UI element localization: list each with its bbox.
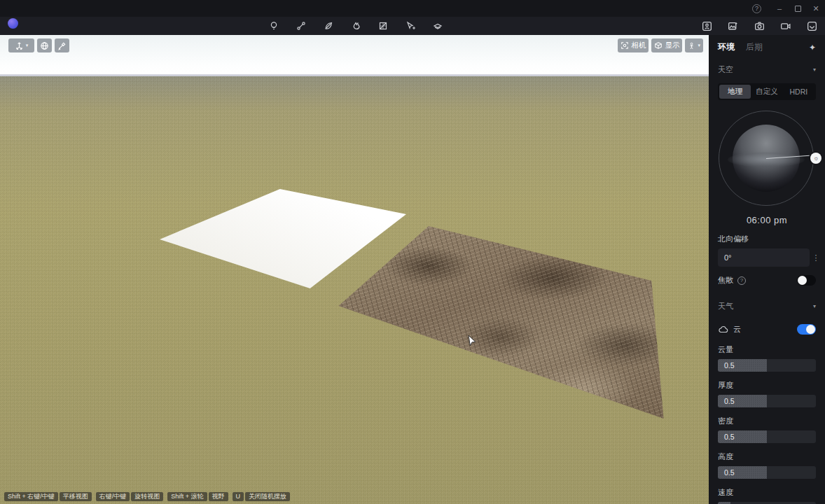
display-options-button[interactable]: 显示 — [651, 38, 682, 52]
3d-viewport[interactable]: ▾ 相机 显示 ▾ — [0, 35, 709, 504]
environment-panel: 环境 后期 ✦ 天空 ▾ 地理 自定义 HDRI ☼ 06:00 pm 北向偏移… — [709, 35, 825, 504]
measure-icon[interactable] — [293, 18, 309, 34]
maximize-button[interactable] — [789, 0, 807, 17]
height-value: 0.5 — [724, 466, 735, 479]
density-value: 0.5 — [724, 430, 735, 443]
tab-post-processing[interactable]: 后期 — [746, 41, 763, 53]
density-slider[interactable]: 0.5 — [718, 430, 816, 443]
hint-action: 平移视图 — [60, 492, 92, 501]
hint-key: U — [233, 492, 244, 501]
tab-environment[interactable]: 环境 — [718, 41, 735, 53]
cloud-label: 云 — [733, 324, 741, 335]
camera-button-label: 相机 — [631, 41, 646, 50]
caustics-row: 焦散 ? — [709, 267, 825, 290]
hint-action: 关闭随机摆放 — [245, 492, 290, 501]
north-offset-input[interactable]: 0° — [718, 248, 810, 267]
chevron-down-icon: ▾ — [813, 66, 816, 73]
material-icon[interactable] — [375, 18, 391, 34]
cloud-toggle[interactable] — [797, 324, 816, 335]
place-object-cursor-icon[interactable] — [403, 18, 418, 34]
north-offset-row: 0° ⋮ — [718, 248, 821, 267]
hint-orbit: 右键/中键 旋转视图 — [96, 492, 164, 501]
chevron-down-icon: ▾ — [813, 303, 816, 309]
weather-section-title: 天气 — [718, 301, 733, 312]
effects-flame-icon[interactable] — [348, 18, 363, 34]
height-slider[interactable]: 0.5 — [718, 466, 816, 479]
hint-fov: Shift + 滚轮 视野 — [167, 492, 228, 501]
transform-tool-button[interactable]: ▾ — [8, 38, 34, 52]
help-circle-icon[interactable]: ? — [737, 276, 746, 285]
time-of-day-value[interactable]: 06:00 pm — [709, 215, 825, 225]
viewport-tools-left: ▾ — [8, 38, 69, 52]
globe-tool-button[interactable] — [37, 38, 52, 52]
caustics-toggle[interactable] — [797, 275, 816, 286]
camera-view-button[interactable]: 相机 — [618, 38, 649, 52]
tab-geographic[interactable]: 地理 — [719, 85, 751, 99]
sky-section-title: 天空 — [718, 64, 733, 75]
downloads-inbox-icon[interactable] — [804, 18, 819, 34]
mouse-cursor — [468, 335, 477, 350]
sky-section-header[interactable]: 天空 ▾ — [709, 57, 825, 78]
ai-sparkle-icon[interactable]: ✦ — [809, 43, 816, 52]
asset-location-icon[interactable] — [699, 18, 714, 34]
cloud-amount-value: 0.5 — [724, 359, 735, 372]
light-icon[interactable] — [266, 18, 282, 34]
main-toolbar — [0, 17, 825, 35]
hint-random-placement: U 关闭随机摆放 — [233, 492, 291, 501]
viewport-sky — [0, 35, 709, 76]
hint-key: 右键/中键 — [96, 492, 130, 501]
ai-image-icon[interactable] — [726, 18, 741, 34]
eyedropper-tool-button[interactable] — [55, 38, 69, 52]
height-label: 高度 — [709, 443, 825, 466]
density-label: 密度 — [709, 407, 825, 430]
cloud-amount-label: 云量 — [709, 339, 825, 359]
chevron-down-icon: ▾ — [26, 43, 29, 48]
shortcut-hints-bar: Shift + 右键/中键 平移视图 右键/中键 旋转视图 Shift + 滚轮… — [4, 492, 290, 501]
chevron-down-icon: ▾ — [698, 43, 700, 48]
close-button[interactable]: ✕ — [807, 0, 825, 17]
display-button-label: 显示 — [665, 41, 679, 50]
north-offset-label: 北向偏移 — [709, 225, 825, 248]
toolbar-right-group — [699, 17, 819, 35]
kebab-menu-icon[interactable]: ⋮ — [811, 253, 821, 262]
hint-pan: Shift + 右键/中键 平移视图 — [4, 492, 92, 501]
app-window: ? – ✕ — [0, 0, 825, 504]
caustics-label: 焦散 — [718, 275, 733, 286]
viewport-tools-right: 相机 显示 ▾ — [618, 38, 703, 52]
hint-key: Shift + 右键/中键 — [4, 492, 58, 501]
panel-header: 环境 后期 ✦ — [709, 35, 825, 57]
speed-label: 速度 — [709, 479, 825, 502]
thickness-label: 厚度 — [709, 372, 825, 395]
horizon-band — [728, 152, 805, 167]
walk-mode-button[interactable]: ▾ — [685, 38, 703, 52]
cloud-amount-slider[interactable]: 0.5 — [718, 359, 816, 372]
toolbar-center-group — [266, 17, 445, 35]
photo-camera-icon[interactable] — [751, 18, 767, 34]
hint-action: 旋转视图 — [131, 492, 163, 501]
tab-hdri[interactable]: HDRI — [783, 85, 814, 99]
video-camera-icon[interactable] — [778, 18, 793, 34]
layers-icon[interactable] — [430, 18, 445, 34]
help-icon[interactable]: ? — [752, 4, 761, 13]
cloud-row: 云 — [709, 314, 825, 339]
hint-key: Shift + 滚轮 — [167, 492, 207, 501]
sun-position-dial[interactable]: ☼ — [718, 110, 816, 208]
title-bar: ? – ✕ — [0, 0, 825, 17]
sun-handle-knob[interactable]: ☼ — [810, 153, 821, 164]
tab-custom[interactable]: 自定义 — [751, 85, 782, 99]
sky-mode-tabs: 地理 自定义 HDRI — [718, 83, 816, 100]
minimize-button[interactable]: – — [770, 0, 789, 17]
app-logo[interactable] — [8, 18, 18, 29]
cloud-icon — [718, 326, 728, 333]
vegetation-leaf-icon[interactable] — [321, 18, 336, 34]
hint-action: 视野 — [209, 492, 228, 501]
thickness-slider[interactable]: 0.5 — [718, 395, 816, 407]
thickness-value: 0.5 — [724, 395, 735, 407]
weather-section-header[interactable]: 天气 ▾ — [709, 290, 825, 314]
